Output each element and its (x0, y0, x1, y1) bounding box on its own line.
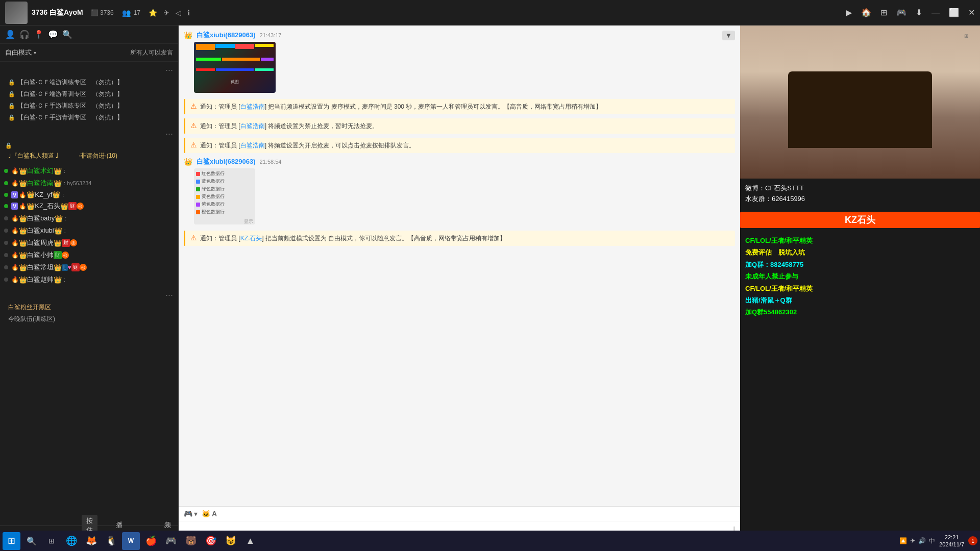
user-name-2: 白鲨浩南 (27, 179, 54, 188)
channel-fans[interactable]: 白鲨粉丝开黑区 (0, 302, 178, 313)
dot-6 (4, 229, 8, 233)
channel-item-4[interactable]: 🔒 【白鲨·ＣＦ手游青训专区 （勿抗）】 (0, 112, 178, 123)
user-baishazhaoshuai[interactable]: 🔥 👑 白鲨赵帅 👑 : (0, 273, 178, 286)
user-baishababy[interactable]: 🔥 👑 白鲨baby 👑 : (0, 212, 178, 224)
notice-link-3[interactable]: 白鲨浩南 (240, 142, 265, 149)
airplane-icon[interactable]: ✈ (163, 9, 169, 17)
grid-icon[interactable]: ⊞ (880, 8, 887, 17)
avatar[interactable] (5, 2, 28, 24)
lock-icon-section2: 🔒 (5, 142, 12, 148)
taskbar-icon-arrow[interactable]: ▲ (241, 532, 259, 550)
taskbar-icon-game2[interactable]: 🎮 (162, 532, 180, 550)
dots-menu-3[interactable]: ··· (165, 290, 173, 300)
user-baishaoshuai[interactable]: 🔥 👑 白鲨小帅 財 ◎ (0, 249, 178, 261)
user-baishazhuhuan[interactable]: 🔥 👑 白鲨术幻 👑 : (0, 165, 178, 177)
info-icon[interactable]: ℹ (187, 9, 190, 17)
taskbar-icon-cf[interactable]: 🎯 (202, 532, 219, 550)
fire-icon-2: 🔥 (11, 180, 19, 187)
taskbar-icon-apple[interactable]: 🍎 (142, 532, 160, 550)
star-icon[interactable]: ⭐ (149, 9, 157, 17)
user-name-9: 白鲨常坦 (27, 263, 54, 272)
kz-label: KZ石头 (845, 215, 875, 225)
notice-icon-1: ⚠ (190, 102, 197, 110)
online-dot-3 (4, 193, 8, 197)
followers-icon: 👥 (122, 9, 131, 17)
taskbar-icon-bear[interactable]: 🐻 (182, 532, 200, 550)
taskbar-icon-cat[interactable]: 😺 (222, 532, 239, 550)
channel-text-2: 【白鲨·ＣＦ端游青训专区 （勿抗）】 (17, 90, 173, 98)
crown-icon-10: 👑 (19, 276, 27, 284)
user-list: 🔥 👑 白鲨术幻 👑 : 🔥 👑 白鲨浩南 👑 : hy563234 V (0, 164, 178, 287)
online-dot-2 (4, 181, 8, 185)
notification-badge[interactable]: 1 (968, 536, 977, 545)
dots-menu-2[interactable]: ··· (165, 129, 173, 139)
taskbar-icon-qq[interactable]: 🐧 (102, 532, 120, 550)
channel-item-3[interactable]: 🔒 【白鲨·ＣＦ手游训练专区 （勿抗）】 (0, 100, 178, 112)
close-icon[interactable]: ✕ (968, 8, 975, 17)
top-bar: 3736 白鲨AyoM ⬛ 3736 👥 17 ⭐ ✈ ◁ ℹ ▶ 🏠 ⊞ 🎮 … (0, 0, 980, 26)
dots-menu-1[interactable]: ··· (165, 65, 173, 76)
download-icon[interactable]: ⬇ (916, 8, 922, 17)
colon-3: : (62, 192, 64, 198)
mode-label[interactable]: 自由模式 (5, 48, 32, 57)
streamer-title: 3736 白鲨AyoM (32, 8, 83, 17)
share-icon[interactable]: ◁ (176, 9, 181, 17)
username-msg1: 白鲨xiubi(6829063) (197, 31, 256, 40)
user-baishahaonan[interactable]: 🔥 👑 白鲨浩南 👑 : hy563234 (0, 177, 178, 189)
notice-link-1[interactable]: 白鲨浩南 (240, 103, 265, 110)
taskbar-icon-browser[interactable]: 🌐 (62, 532, 80, 550)
chat-image-2: 红色数据行 蓝色数据行 绿色数据行 黄色数据行 (194, 168, 255, 224)
systray-airplane[interactable]: ✈ (910, 537, 915, 544)
ad-line-2: 免费评估 脱坑入坑 (745, 246, 975, 258)
user-kzshitou[interactable]: V 🔥 👑 KZ_石头 👑 财 ◎ (0, 200, 178, 212)
colon-6: : (64, 228, 66, 234)
user-kzyf[interactable]: V 🔥 👑 KZ_yf 👑 : (0, 189, 178, 200)
orange-circle-9: ◎ (80, 264, 87, 271)
special-channel[interactable]: ♩ 『白鲨私人频道♩ ·非请勿进·(10) (0, 150, 178, 162)
notice-link-2[interactable]: 白鲨浩南 (240, 122, 265, 130)
channel-text-1: 【白鲨·ＣＦ端游训练专区 （勿抗）】 (17, 78, 173, 87)
taskbar-icon-word[interactable]: W (122, 532, 140, 550)
sidebar-channel-list: ··· 🔒 【白鲨·ＣＦ端游训练专区 （勿抗）】 🔒 【白鲨·ＣＦ端游青训专区 … (0, 62, 178, 525)
scroll-down-btn[interactable]: ▼ (722, 31, 735, 40)
maximize-icon[interactable]: ⬜ (949, 8, 959, 17)
fire-icon-10: 🔥 (11, 276, 19, 283)
taskbar-icon-firefox[interactable]: 🦊 (82, 532, 100, 550)
channel-item-2[interactable]: 🔒 【白鲨·ＣＦ端游青训专区 （勿抗）】 (0, 88, 178, 100)
notice-4: ⚠ 通知：管理员 [KZ.石头] 把当前频道模式设置为 自由模式，你可以随意发言… (184, 231, 735, 246)
screen-icon[interactable]: ▶ (846, 8, 852, 17)
sidebar-icon-search[interactable]: 🔍 (62, 30, 72, 39)
start-button[interactable]: ⊞ (3, 532, 20, 550)
game-controller-btn[interactable]: 🎮▾ (184, 510, 198, 518)
systray-speaker[interactable]: 🔊 (918, 537, 926, 544)
channel-text-4: 【白鲨·ＣＦ手游青训专区 （勿抗）】 (17, 113, 173, 122)
taskbar-icon-taskmgr[interactable]: ⊞ (42, 532, 60, 550)
kz-banner: KZ石头 (740, 212, 980, 228)
green-badge-8: 財 (54, 251, 62, 259)
home-icon[interactable]: 🏠 (861, 8, 871, 17)
systray-lang[interactable]: 中 (929, 537, 935, 545)
taskbar-clock: 22:21 2024/11/7 (939, 534, 964, 548)
user-baishachengtan[interactable]: 🔥 👑 白鲨常坦 👑 L ♥ 财 ◎ (0, 261, 178, 273)
lock-icon-2: 🔒 (8, 91, 15, 97)
notice-link-4[interactable]: KZ.石头 (240, 235, 262, 242)
game-icon[interactable]: 🎮 (896, 8, 906, 17)
user-name-10: 白鲨赵帅 (27, 275, 54, 284)
dot-9 (4, 265, 8, 269)
taskbar-search[interactable]: 🔍 (22, 532, 40, 550)
online-dot (4, 169, 8, 173)
user-baishazhouhu[interactable]: 🔥 👑 白鲨周虎 👑 财 ◎ (0, 237, 178, 249)
emoji-btn[interactable]: 🐱A (202, 510, 217, 518)
channel-tonight[interactable]: 今晚队伍(训练区) (0, 313, 178, 325)
notice-2: ⚠ 通知：管理员 [白鲨浩南] 将频道设置为禁止抢麦，暂时无法抢麦。 (184, 118, 735, 134)
user-baishaximu[interactable]: 🔥 👑 白鲨xiubi 👑 : (0, 224, 178, 237)
systray-arrow[interactable]: 🔼 (899, 537, 907, 544)
minimize-icon[interactable]: — (932, 8, 940, 17)
v-icon-kzshitou: V (11, 203, 18, 210)
letter-a-icon: A (212, 510, 217, 518)
fire-icon-9: 🔥 (11, 264, 19, 271)
channel-item-1[interactable]: 🔒 【白鲨·ＣＦ端游训练专区 （勿抗）】 (0, 77, 178, 88)
chat-messages: 👑 白鲨xiubi(6829063) 21:43:17 ▼ (179, 26, 740, 506)
colon-5: : (65, 215, 66, 221)
ad-line-7: 加Q群554862302 (745, 306, 975, 318)
